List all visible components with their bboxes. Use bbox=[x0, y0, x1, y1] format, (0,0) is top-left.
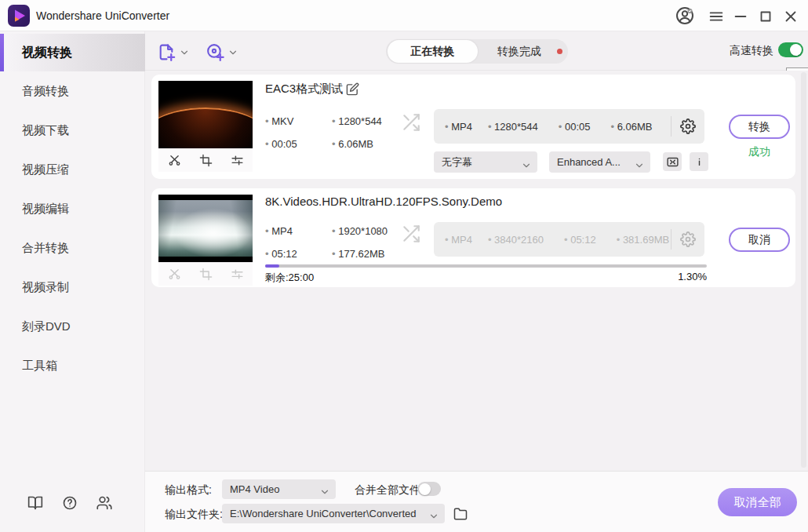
load-dvd-chevron-icon[interactable] bbox=[227, 47, 238, 58]
target-stats: MP4 3840*2160 05:12 381.69MB bbox=[434, 222, 704, 257]
add-files-chevron-icon[interactable] bbox=[179, 47, 190, 58]
source-stats: MKV 1280*544 00:05 6.06MB bbox=[265, 110, 382, 155]
close-icon[interactable] bbox=[782, 8, 799, 25]
compress-button[interactable] bbox=[663, 152, 682, 171]
account-avatar-icon[interactable] bbox=[675, 6, 694, 25]
progress-percent: 1.30% bbox=[628, 271, 707, 282]
divider bbox=[671, 116, 672, 137]
tab-finished[interactable]: 转换完成 bbox=[488, 39, 551, 64]
app-window: Wondershare UniConverter 视频转换 音频转换 视频下载 bbox=[0, 0, 808, 532]
source-stats: MP4 1920*1080 05:12 177.62MB bbox=[265, 220, 388, 265]
progress-bar bbox=[265, 264, 707, 268]
titlebar: Wondershare UniConverter bbox=[0, 0, 808, 31]
maximize-icon[interactable] bbox=[757, 8, 774, 25]
file-title: EAC3格式测试 bbox=[265, 82, 343, 97]
cancel-button[interactable]: 取消 bbox=[729, 228, 790, 252]
edit-iconbar-2 bbox=[158, 262, 253, 286]
load-dvd-icon[interactable] bbox=[206, 42, 225, 62]
minimize-icon[interactable] bbox=[732, 8, 749, 25]
tab-converting[interactable]: 正在转换 bbox=[388, 40, 478, 63]
effect-icon[interactable] bbox=[231, 154, 244, 167]
sidebar-item-burn-dvd[interactable]: 刻录DVD bbox=[0, 307, 145, 346]
trim-icon bbox=[168, 268, 181, 281]
output-format-label: 输出格式: bbox=[165, 483, 212, 497]
target-duration: 00:05 bbox=[559, 121, 591, 133]
convert-arrow-icon bbox=[401, 112, 421, 133]
sidebar-item-screen-record[interactable]: 视频录制 bbox=[0, 268, 145, 307]
convert-button[interactable]: 转换 bbox=[729, 115, 790, 139]
target-size: 6.06MB bbox=[610, 121, 652, 133]
settings-gear-icon bbox=[680, 231, 696, 247]
tab-group: 正在转换 转换完成 bbox=[386, 39, 568, 64]
edit-iconbar-1 bbox=[158, 148, 253, 172]
sidebar-item-video-download[interactable]: 视频下载 bbox=[0, 111, 145, 150]
sidebar-item-video-edit[interactable]: 视频编辑 bbox=[0, 189, 145, 228]
source-format: MKV bbox=[265, 115, 332, 127]
menu-icon[interactable] bbox=[708, 8, 725, 25]
subtitle-select-value: 无字幕 bbox=[442, 156, 472, 168]
sidebar-item-video-compress[interactable]: 视频压缩 bbox=[0, 150, 145, 189]
target-format: MP4 bbox=[445, 121, 472, 133]
crop-icon bbox=[199, 268, 213, 281]
output-format-select[interactable]: MP4 Video bbox=[222, 479, 336, 499]
sidebar-item-audio-convert[interactable]: 音频转换 bbox=[0, 71, 145, 111]
help-icon[interactable] bbox=[62, 495, 78, 511]
crop-icon[interactable] bbox=[199, 154, 213, 167]
video-thumbnail-1 bbox=[158, 81, 253, 148]
merge-all-label: 合并全部文件 bbox=[355, 483, 420, 497]
output-format-value: MP4 Video bbox=[230, 483, 279, 495]
output-folder-label: 输出文件夹: bbox=[165, 508, 223, 522]
subtitle-select[interactable]: 无字幕 bbox=[434, 151, 537, 173]
target-resolution: 3840*2160 bbox=[488, 234, 544, 246]
target-resolution: 1280*544 bbox=[488, 121, 538, 133]
sidebar-item-merge-convert[interactable]: 合并转换 bbox=[0, 228, 145, 268]
app-title: Wondershare UniConverter bbox=[36, 9, 169, 22]
convert-arrow-icon bbox=[401, 224, 421, 244]
add-files-icon[interactable] bbox=[157, 42, 177, 62]
file-title: 8K.Videos.HDR.UltraHD.120FPS.Sony.Demo bbox=[265, 195, 502, 208]
sidebar-item-toolbox[interactable]: 工具箱 bbox=[0, 346, 145, 385]
toolbar: 正在转换 转换完成 高速转换 bbox=[145, 31, 808, 71]
source-size: 177.62MB bbox=[332, 248, 388, 260]
highspeed-label: 高速转换 bbox=[730, 44, 773, 58]
finished-badge bbox=[557, 49, 562, 54]
output-folder-value: E:\Wondershare UniConverter\Converted bbox=[230, 508, 417, 519]
task-row-2: 8K.Videos.HDR.UltraHD.120FPS.Sony.Demo M… bbox=[151, 188, 795, 287]
output-folder-select[interactable]: E:\Wondershare UniConverter\Converted bbox=[222, 504, 445, 523]
target-format: MP4 bbox=[445, 234, 472, 246]
scrollbar[interactable] bbox=[801, 72, 806, 468]
source-size: 6.06MB bbox=[332, 138, 382, 150]
task-row-1: EAC3格式测试 MKV 1280*544 00:05 6.06MB MP4 1… bbox=[151, 75, 795, 179]
rename-icon[interactable] bbox=[346, 82, 359, 96]
chevron-down-icon bbox=[521, 157, 532, 168]
source-resolution: 1920*1080 bbox=[332, 225, 388, 237]
chevron-down-icon bbox=[319, 484, 330, 495]
audio-select[interactable]: Enhanced A... bbox=[549, 151, 650, 173]
footer-bar: 输出格式: MP4 Video 合并全部文件 输出文件夹: E:\Wonders… bbox=[145, 471, 808, 532]
divider bbox=[671, 229, 672, 250]
chevron-down-icon bbox=[428, 508, 439, 519]
settings-gear-icon[interactable] bbox=[680, 118, 696, 134]
effect-icon bbox=[231, 268, 244, 281]
sidebar-item-video-convert[interactable]: 视频转换 bbox=[0, 34, 145, 71]
trim-icon[interactable] bbox=[168, 154, 181, 167]
target-size: 381.69MB bbox=[617, 234, 669, 246]
info-button[interactable] bbox=[690, 152, 708, 171]
cancel-all-button[interactable]: 取消全部 bbox=[718, 488, 797, 516]
target-duration: 05:12 bbox=[564, 234, 596, 246]
source-format: MP4 bbox=[265, 225, 332, 237]
task-list: EAC3格式测试 MKV 1280*544 00:05 6.06MB MP4 1… bbox=[145, 71, 808, 471]
audio-select-value: Enhanced A... bbox=[557, 156, 621, 168]
source-duration: 00:05 bbox=[265, 138, 332, 150]
contact-us-icon[interactable] bbox=[96, 495, 112, 511]
target-stats: MP4 1280*544 00:05 6.06MB bbox=[434, 109, 704, 144]
video-thumbnail-2 bbox=[158, 195, 253, 262]
merge-all-toggle[interactable] bbox=[417, 482, 441, 496]
progress-fill bbox=[265, 264, 279, 268]
source-duration: 05:12 bbox=[265, 248, 332, 260]
user-guide-icon[interactable] bbox=[27, 495, 43, 511]
highspeed-toggle[interactable] bbox=[778, 42, 803, 57]
open-folder-icon[interactable] bbox=[453, 507, 468, 521]
status-success: 成功 bbox=[729, 145, 790, 159]
app-logo-icon bbox=[8, 5, 30, 27]
